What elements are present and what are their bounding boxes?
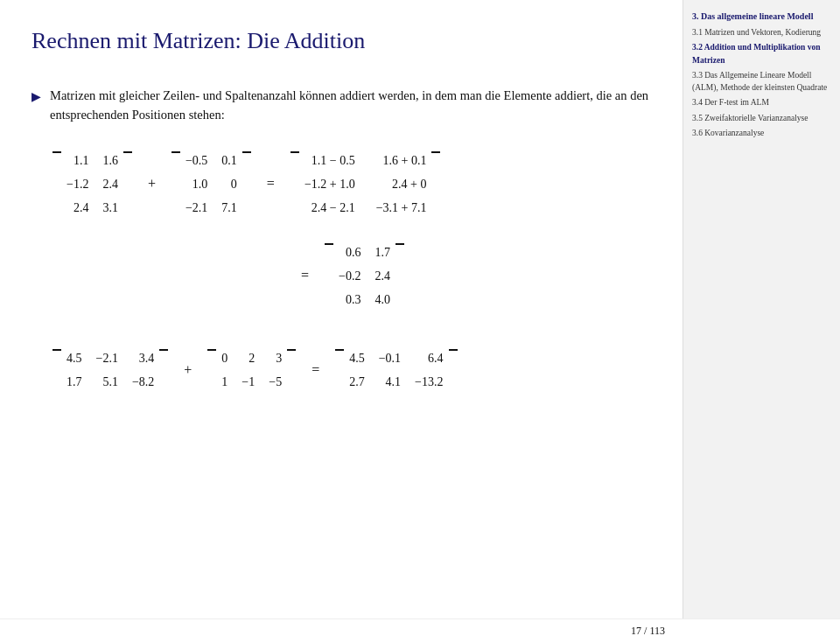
math-row-2: = 0.6 1.7 −0.2 2.4 0.3 4.0	[298, 243, 658, 309]
main-content: Rechnen mit Matrizen: Die Addition ▶ Mat…	[0, 0, 682, 643]
sidebar-item-3-2[interactable]: 3.2 Addition und Multiplikation von Matr…	[692, 41, 831, 66]
matrix-b: 0 2 3 1 −1 −5	[207, 349, 296, 391]
bracket-right-b	[287, 349, 296, 351]
matrix-a-cells: 4.5 −2.1 3.4 1.7 5.1 −8.2	[66, 349, 154, 391]
page-title: Rechnen mit Matrizen: Die Addition	[32, 28, 658, 54]
sidebar: 3. Das allgemeine lineare Modell 3.1 Mat…	[682, 0, 840, 643]
math-row-3: 4.5 −2.1 3.4 1.7 5.1 −8.2 + 0 2	[52, 349, 658, 391]
bracket-left-2	[172, 151, 180, 153]
page-number: 17 / 113	[631, 625, 665, 638]
bracket-left-3	[290, 151, 299, 153]
footer: 17 / 113	[0, 619, 840, 643]
equals-op-3: =	[308, 362, 323, 378]
matrix-3: 1.1 − 0.5 1.6 + 0.1 −1.2 + 1.0 2.4 + 0 2…	[290, 151, 441, 217]
matrix-b-cells: 0 2 3 1 −1 −5	[221, 349, 282, 391]
bracket-left-c	[335, 349, 344, 351]
bracket-left-a	[52, 349, 61, 351]
bracket-left-1	[52, 151, 61, 153]
equals-op-2: =	[298, 268, 312, 283]
sidebar-item-3-4[interactable]: 3.4 Der F-test im ALM	[692, 96, 831, 108]
math-row-1: 1.1 1.6 −1.2 2.4 2.4 3.1 + −0.5 0.1	[52, 151, 658, 217]
sidebar-item-3-3[interactable]: 3.3 Das Allgemeine Lineare Modell (ALM),…	[692, 69, 831, 94]
matrix-result-cells: 0.6 1.7 −0.2 2.4 0.3 4.0	[339, 243, 390, 309]
sidebar-item-3-1[interactable]: 3.1 Matrizen und Vektoren, Kodierung	[692, 26, 831, 38]
bracket-right-a	[159, 349, 168, 351]
bracket-right-1	[123, 151, 132, 153]
sidebar-section-title: 3. Das allgemeine lineare Modell	[692, 10, 831, 23]
plus-op-2: +	[180, 362, 195, 378]
matrix-c-cells: 4.5 −0.1 6.4 2.7 4.1 −13.2	[349, 349, 443, 391]
matrix-result: 0.6 1.7 −0.2 2.4 0.3 4.0	[325, 243, 404, 309]
plus-op-1: +	[144, 176, 159, 192]
matrix-3-cells: 1.1 − 0.5 1.6 + 0.1 −1.2 + 1.0 2.4 + 0 2…	[304, 151, 427, 217]
bracket-right-2	[242, 151, 251, 153]
sidebar-section-main: 3. Das allgemeine lineare Modell 3.1 Mat…	[692, 10, 831, 139]
sidebar-item-3-5[interactable]: 3.5 Zweifaktorielle Varianzanalyse	[692, 112, 831, 124]
bracket-left-result	[325, 243, 333, 245]
intro-text: Matrizen mit gleicher Zeilen- und Spalte…	[50, 86, 658, 125]
matrix-c: 4.5 −0.1 6.4 2.7 4.1 −13.2	[335, 349, 457, 391]
bracket-right-3	[431, 151, 440, 153]
math-section: 1.1 1.6 −1.2 2.4 2.4 3.1 + −0.5 0.1	[52, 151, 658, 391]
equals-op-1: =	[263, 176, 278, 192]
bullet-arrow: ▶	[32, 87, 41, 107]
matrix-2: −0.5 0.1 1.0 0 −2.1 7.1	[172, 151, 251, 217]
bracket-left-b	[207, 349, 216, 351]
matrix-1: 1.1 1.6 −1.2 2.4 2.4 3.1	[52, 151, 132, 217]
bracket-right-c	[449, 349, 458, 351]
intro-block: ▶ Matrizen mit gleicher Zeilen- und Spal…	[32, 86, 658, 125]
sidebar-item-3-6[interactable]: 3.6 Kovarianzanalyse	[692, 127, 831, 139]
matrix-2-cells: −0.5 0.1 1.0 0 −2.1 7.1	[186, 151, 237, 217]
matrix-a: 4.5 −2.1 3.4 1.7 5.1 −8.2	[52, 349, 168, 391]
matrix-1-cells: 1.1 1.6 −1.2 2.4 2.4 3.1	[66, 151, 118, 217]
bracket-right-result	[396, 243, 404, 245]
